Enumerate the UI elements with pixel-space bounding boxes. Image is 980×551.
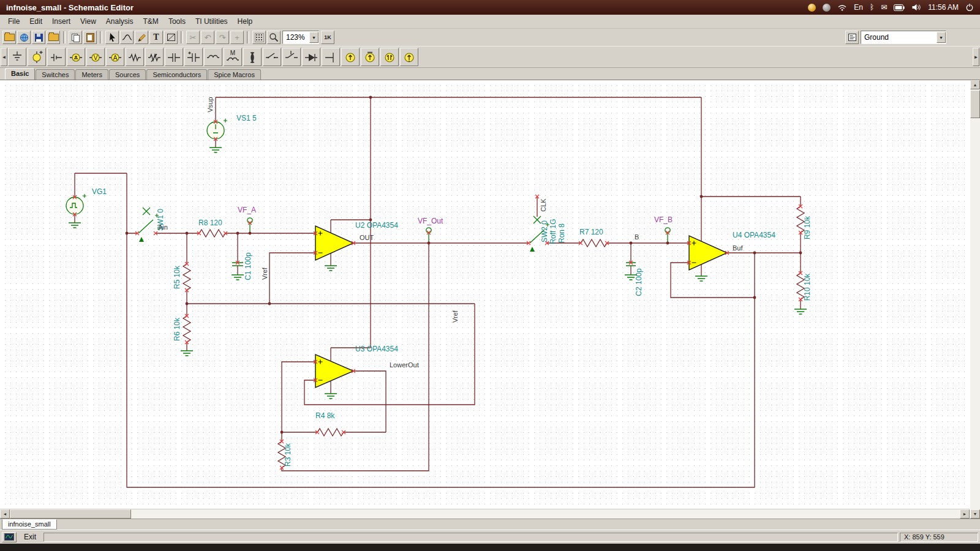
ground-symbol[interactable] xyxy=(325,394,337,399)
tab-spice-macros[interactable]: Spice Macros xyxy=(208,69,261,80)
menu-view[interactable]: View xyxy=(75,15,101,28)
voltage-generator-vg1[interactable] xyxy=(66,194,86,214)
wifi-icon[interactable] xyxy=(837,4,847,11)
palette-inductor-button[interactable] xyxy=(204,48,222,66)
vertical-scroll-thumb[interactable] xyxy=(970,90,980,118)
label-r7[interactable]: R7 120 xyxy=(579,228,603,236)
probe-vf-b[interactable] xyxy=(665,228,670,243)
battery-icon[interactable] xyxy=(894,4,905,11)
palette-voltage-source-button[interactable] xyxy=(28,48,46,66)
ground-symbol[interactable] xyxy=(325,266,337,271)
ground-symbol[interactable] xyxy=(232,275,244,280)
label-c2[interactable]: C2 100p xyxy=(635,268,643,296)
palette-coupled-inductor-button[interactable]: M xyxy=(224,48,242,66)
ground-symbol[interactable] xyxy=(69,223,81,228)
label-sw2[interactable]: SW2 0 xyxy=(540,220,549,242)
symbol-dropdown-arrow[interactable]: ▼ xyxy=(937,32,946,43)
keyboard-layout-indicator[interactable]: En xyxy=(854,4,863,11)
label-c1[interactable]: C1 100p xyxy=(244,252,252,280)
session-menu-icon[interactable] xyxy=(823,4,831,12)
exit-button[interactable]: Exit xyxy=(18,532,42,542)
net-label-vref-b[interactable]: Vref xyxy=(451,310,459,323)
menu-insert[interactable]: Insert xyxy=(47,15,75,28)
volume-icon[interactable] xyxy=(911,4,921,11)
resistor-r7[interactable] xyxy=(581,239,607,247)
label-r6[interactable]: R6 10k xyxy=(173,317,181,341)
wire-tool-button[interactable] xyxy=(120,31,134,44)
palette-battery-button[interactable] xyxy=(47,48,66,66)
net-label-buf[interactable]: Buf xyxy=(733,244,743,252)
redo-button[interactable]: ↷ xyxy=(216,31,229,44)
palette-potentiometer-button[interactable] xyxy=(145,48,164,66)
menu-file[interactable]: File xyxy=(3,15,24,28)
opamp-u4[interactable] xyxy=(689,236,727,270)
palette-electrolytic-capacitor-button[interactable] xyxy=(184,48,203,66)
undo-button[interactable]: ↶ xyxy=(201,31,214,44)
schematic-drawing[interactable]: Vsup VS1 5 VG1 SW1 0 Ain R8 120 VF_A C1 … xyxy=(0,80,970,509)
palette-controlled-current-generator-button[interactable] xyxy=(400,48,418,66)
label-r9[interactable]: R9 10k xyxy=(803,216,812,239)
vertical-scrollbar[interactable]: ▲ ▼ xyxy=(970,80,980,519)
show-values-toggle-button[interactable]: 1K xyxy=(321,31,334,44)
net-label-vref-a[interactable]: Vref xyxy=(261,267,268,280)
menu-edit[interactable]: Edit xyxy=(24,15,47,28)
menu-tools[interactable]: Tools xyxy=(164,15,190,28)
cut-button[interactable]: ✂ xyxy=(186,31,200,44)
opamp-u2[interactable] xyxy=(315,226,353,260)
scroll-left-button[interactable]: ◄ xyxy=(0,509,10,519)
palette-capacitor-button[interactable] xyxy=(165,48,183,66)
probe-vf-a[interactable] xyxy=(247,218,252,233)
copy-button[interactable] xyxy=(69,31,82,44)
label-r5[interactable]: R5 10k xyxy=(173,265,181,289)
net-label-lowerout[interactable]: LowerOut xyxy=(390,361,419,369)
label-u2[interactable]: U2 OPA4354 xyxy=(355,221,398,230)
export-button[interactable] xyxy=(47,31,60,44)
resistor-r6[interactable] xyxy=(183,316,190,342)
oscilloscope-button[interactable] xyxy=(2,532,17,542)
resistor-r5[interactable] xyxy=(183,264,190,290)
label-vg1[interactable]: VG1 xyxy=(92,187,107,196)
open-web-button[interactable] xyxy=(17,31,31,44)
palette-switch-button[interactable] xyxy=(263,48,281,66)
palette-voltage-generator-button[interactable] xyxy=(67,48,85,66)
palette-scroll-left-button[interactable]: ◄ xyxy=(1,48,7,66)
vertical-scroll-trough[interactable] xyxy=(970,119,980,509)
sheet-tab-infnoise-small[interactable]: infnoise_small xyxy=(2,519,57,530)
text-tool-button[interactable]: T xyxy=(149,31,163,44)
power-icon[interactable] xyxy=(965,3,974,12)
net-label-out[interactable]: OUT xyxy=(360,234,374,241)
net-label-ain[interactable]: Ain xyxy=(158,223,168,231)
label-u3[interactable]: U3 OPA4354 xyxy=(355,345,398,353)
ground-symbol[interactable] xyxy=(181,351,193,356)
label-roff[interactable]: Roff 1G xyxy=(549,219,557,244)
ground-symbol[interactable] xyxy=(794,309,807,314)
palette-scroll-right-button[interactable]: ► xyxy=(973,48,979,66)
zoom-dropdown-arrow[interactable]: ▼ xyxy=(309,32,318,43)
move-button[interactable]: + xyxy=(230,31,244,44)
scroll-up-button[interactable]: ▲ xyxy=(970,80,980,89)
notification-icon[interactable] xyxy=(808,4,816,12)
scroll-right-button[interactable]: ► xyxy=(960,509,970,519)
menu-help[interactable]: Help xyxy=(233,15,258,28)
ground-symbol[interactable] xyxy=(209,148,222,152)
palette-ammeter-button[interactable]: A xyxy=(106,48,124,66)
grid-toggle-button[interactable] xyxy=(252,31,266,44)
bluetooth-icon[interactable]: ᛒ xyxy=(870,4,874,11)
tab-sources[interactable]: Sources xyxy=(109,69,146,80)
palette-diode-button[interactable] xyxy=(302,48,320,66)
palette-terminal-button[interactable] xyxy=(322,48,340,66)
label-r3[interactable]: R3 10k xyxy=(284,443,292,467)
open-button[interactable] xyxy=(2,31,16,44)
label-vf-a[interactable]: VF_A xyxy=(238,206,256,214)
paste-button[interactable] xyxy=(83,31,97,44)
palette-controlled-switch-button[interactable] xyxy=(282,48,301,66)
palette-transformer-button[interactable] xyxy=(243,48,262,66)
ground-symbol[interactable] xyxy=(695,276,707,281)
net-label-b[interactable]: B xyxy=(635,233,639,241)
horizontal-scrollbar[interactable]: ◄ ► xyxy=(0,509,970,519)
net-label-vsup[interactable]: Vsup xyxy=(206,97,214,112)
tab-meters[interactable]: Meters xyxy=(75,69,108,80)
label-r8[interactable]: R8 120 xyxy=(198,219,222,227)
scroll-down-button[interactable]: ▼ xyxy=(970,509,980,519)
select-tool-button[interactable] xyxy=(105,31,119,44)
